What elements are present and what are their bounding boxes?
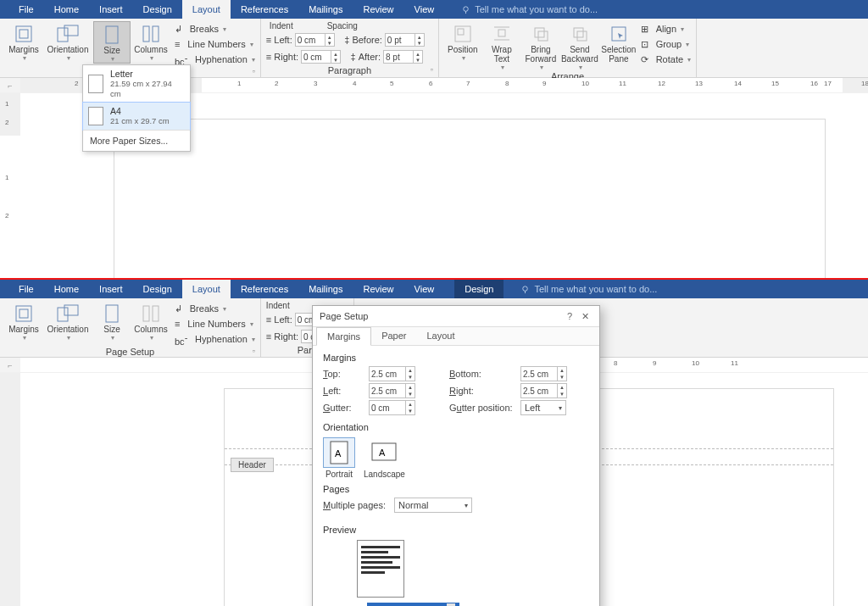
tab-review[interactable]: Review: [353, 280, 404, 298]
left-margin-input[interactable]: ▲▼: [369, 383, 415, 398]
multiple-pages-label: Multiple pages:: [323, 500, 394, 510]
spacing-before-input[interactable]: ▲▼: [385, 33, 425, 47]
bring-forward-button: Bring Forward▾: [522, 21, 559, 71]
page-icon: [88, 75, 103, 93]
margins-icon: [12, 303, 36, 324]
orientation-button[interactable]: Orientation▾: [44, 301, 92, 342]
spacing-after-input[interactable]: ▲▼: [383, 50, 423, 64]
size-option-a4[interactable]: A421 cm x 29.7 cm: [82, 102, 191, 131]
indent-right-input[interactable]: ▲▼: [301, 50, 341, 64]
size-button[interactable]: Size▾: [93, 301, 131, 342]
page-setup-launcher[interactable]: ▫: [253, 67, 255, 75]
breaks-icon: ↲: [175, 24, 182, 35]
gutter-label: Gutter:: [323, 403, 369, 413]
dialog-tab-layout[interactable]: Layout: [416, 327, 465, 345]
top-margin-input[interactable]: ▲▼: [369, 366, 415, 381]
tell-me-search[interactable]: Tell me what you want to do...: [444, 0, 598, 19]
tab-layout[interactable]: Layout: [182, 0, 231, 19]
ruler-number: 10: [581, 80, 589, 87]
chevron-down-icon: ▾: [67, 54, 70, 62]
top-margin-label: Top:: [323, 369, 369, 379]
tab-view[interactable]: View: [404, 280, 445, 298]
tab-mailings[interactable]: Mailings: [298, 0, 353, 19]
tab-review[interactable]: Review: [353, 0, 404, 19]
header-label-tab: Header: [231, 458, 274, 472]
breaks-button[interactable]: ↲ Breaks▾: [175, 21, 255, 36]
ruler-number: 13: [695, 80, 703, 87]
vertical-ruler-top[interactable]: 1 2 1 2: [0, 93, 20, 278]
vertical-ruler-bottom[interactable]: [0, 373, 20, 606]
send-backward-button: Send Backward▾: [561, 21, 598, 71]
orientation-button[interactable]: Orientation▾: [44, 21, 92, 62]
tab-design[interactable]: Design: [133, 0, 182, 19]
page-setup-launcher[interactable]: ▫: [253, 347, 255, 355]
margins-button[interactable]: Margins▾: [5, 301, 42, 342]
right-margin-input[interactable]: ▲▼: [520, 383, 567, 398]
spacing-before-icon: ‡: [344, 35, 349, 45]
ruler-number: 1: [237, 80, 241, 87]
context-tab-design[interactable]: Design: [454, 280, 504, 298]
size-button[interactable]: Size▾: [93, 21, 131, 64]
dialog-close-button[interactable]: ✕: [577, 311, 593, 322]
indent-left-input[interactable]: ▲▼: [295, 33, 335, 47]
svg-rect-16: [577, 31, 587, 41]
paragraph-launcher[interactable]: ▫: [431, 65, 433, 74]
ruler-number: 18: [861, 80, 868, 87]
dialog-help-button[interactable]: ?: [562, 311, 577, 321]
hyphenation-button[interactable]: bc- Hyphenation▾: [175, 331, 255, 347]
tab-insert[interactable]: Insert: [89, 280, 133, 298]
svg-rect-3: [19, 30, 28, 38]
indent-right-icon: ≡: [266, 52, 271, 62]
margins-button[interactable]: Margins▾: [5, 21, 42, 62]
tab-file[interactable]: File: [8, 0, 44, 19]
svg-rect-23: [58, 308, 68, 321]
dialog-tab-margins[interactable]: Margins: [316, 327, 371, 346]
tab-references[interactable]: References: [231, 0, 298, 19]
tell-me-search[interactable]: Tell me what you want to do...: [504, 280, 657, 298]
tab-insert[interactable]: Insert: [89, 0, 133, 19]
tab-file[interactable]: File: [8, 280, 44, 298]
ruler-corner: ⌐: [0, 78, 20, 92]
line-numbers-button[interactable]: ≡ Line Numbers▾: [175, 316, 255, 331]
tab-layout[interactable]: Layout: [182, 280, 231, 298]
ruler-number: 8: [614, 359, 617, 367]
orientation-portrait[interactable]: A Portrait: [323, 437, 355, 479]
columns-button[interactable]: Columns▾: [132, 21, 170, 62]
size-option-letter[interactable]: Letter21.59 cm x 27.94 cm: [83, 65, 190, 103]
position-button: Position▾: [444, 21, 481, 62]
svg-rect-27: [153, 306, 159, 321]
gutter-input[interactable]: ▲▼: [369, 400, 415, 415]
bottom-margin-input[interactable]: ▲▼: [520, 366, 567, 381]
apply-to-select[interactable]: Whole document▾: [367, 603, 459, 606]
svg-rect-22: [19, 309, 28, 318]
svg-point-19: [523, 286, 528, 291]
tab-references[interactable]: References: [231, 280, 298, 298]
margins-section-label: Margins: [323, 353, 589, 363]
breaks-button[interactable]: ↲ Breaks▾: [175, 301, 255, 316]
left-margin-label: Left:: [323, 386, 369, 396]
svg-text:A: A: [335, 448, 342, 459]
dialog-tab-paper[interactable]: Paper: [371, 327, 416, 345]
tab-mailings[interactable]: Mailings: [298, 280, 353, 298]
align-button[interactable]: ⊞ Align▾: [641, 21, 691, 36]
orientation-landscape[interactable]: A Landscape: [364, 437, 405, 479]
tab-view[interactable]: View: [404, 0, 445, 19]
columns-icon: [139, 24, 163, 44]
more-paper-sizes[interactable]: More Paper Sizes...: [83, 130, 190, 151]
ruler-number: 14: [734, 80, 742, 87]
wrap-text-button: Wrap Text▾: [483, 21, 520, 71]
gutter-position-select[interactable]: Left▾: [520, 400, 566, 415]
tab-home[interactable]: Home: [44, 0, 89, 19]
svg-rect-2: [16, 26, 31, 42]
tab-home[interactable]: Home: [44, 280, 89, 298]
preview-thumbnail: [357, 540, 404, 598]
group-arrange: Position▾ Wrap Text▾ Bring Forward▾ Send…: [439, 19, 697, 77]
multiple-pages-select[interactable]: Normal▾: [394, 498, 472, 513]
bottom-margin-label: Bottom:: [449, 369, 520, 379]
page: [114, 119, 826, 278]
selection-pane-button[interactable]: Selection Pane: [600, 21, 637, 64]
svg-rect-5: [64, 25, 78, 36]
ruler-number: 3: [314, 80, 317, 87]
line-numbers-button[interactable]: ≡ Line Numbers▾: [175, 36, 255, 52]
tab-design[interactable]: Design: [133, 280, 182, 298]
